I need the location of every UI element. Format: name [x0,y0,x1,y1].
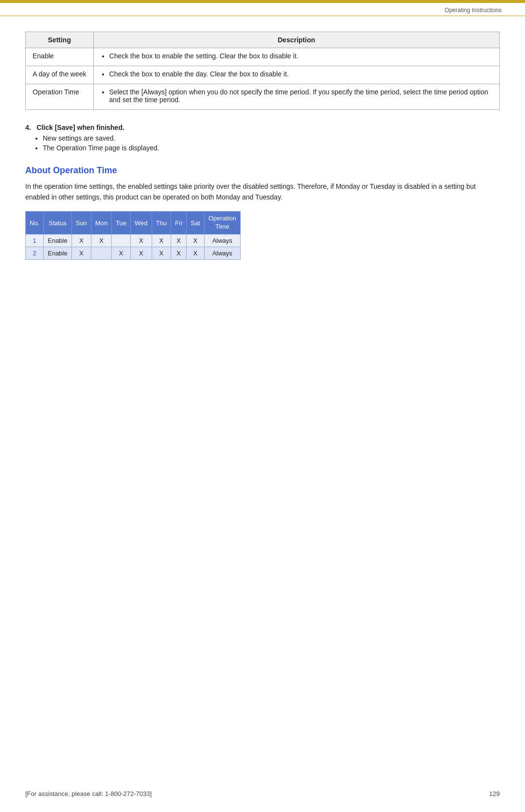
col-description-header: Description [93,32,499,48]
op-row2-wed: X [131,247,152,260]
op-row1-no[interactable]: 1 [26,235,44,247]
header-area: Operating Instructions [0,3,525,16]
header-title: Operating Instructions [445,7,502,14]
op-row2-sun: X [71,247,91,260]
table-row: A day of the week Check the box to enabl… [26,66,500,84]
op-row1-optime: Always [204,235,240,247]
op-row1-mon: X [91,235,111,247]
op-col-sat: Sat [187,212,205,235]
op-row1-sun: X [71,235,91,247]
step4-bullet-1: New settings are saved. [43,134,500,142]
op-row1-wed: X [131,235,152,247]
about-heading: About Operation Time [25,165,500,176]
step4-section: 4. Click [Save] when finished. New setti… [25,124,500,152]
op-row2-thu: X [152,247,171,260]
op-row2-tue: X [112,247,131,260]
op-col-wed: Wed [131,212,152,235]
about-section: About Operation Time In the operation ti… [25,165,500,260]
op-col-tue: Tue [112,212,131,235]
setting-optime-label: Operation Time [26,84,94,110]
step4-bullets: New settings are saved. The Operation Ti… [25,134,500,152]
setting-day-label: A day of the week [26,66,94,84]
table-row: Enable Check the box to enable the setti… [26,48,500,66]
op-row1-fri: X [171,235,186,247]
op-col-no: No. [26,212,44,235]
op-row2-fri: X [171,247,186,260]
operation-time-table: No. Status Sun Mon Tue Wed Thu Fri Sat O… [25,211,241,260]
footer-assistance: [For assistance, please call: 1-800-272-… [25,790,152,797]
setting-enable-desc: Check the box to enable the setting. Cle… [93,48,499,66]
setting-day-desc: Check the box to enable the day. Clear t… [93,66,499,84]
step4-bullet-2: The Operation Time page is displayed. [43,144,500,152]
op-col-status: Status [44,212,71,235]
op-col-thu: Thu [152,212,171,235]
op-row1-status: Enable [44,235,71,247]
op-table-row-1: 1 Enable X X X X X X Always [26,235,241,247]
table-row: Operation Time Select the [Always] optio… [26,84,500,110]
setting-enable-label: Enable [26,48,94,66]
op-row1-sat: X [187,235,205,247]
op-col-optime: OperationTime [204,212,240,235]
about-paragraph: In the operation time settings, the enab… [25,181,500,202]
op-row2-status: Enable [44,247,71,260]
op-col-fri: Fri [171,212,186,235]
op-row2-sat: X [187,247,205,260]
footer-page-number: 129 [489,790,500,797]
op-row2-mon [91,247,111,260]
op-row1-tue [112,235,131,247]
step4-number: 4. [25,124,31,131]
op-table-row-2: 2 Enable X X X X X X Always [26,247,241,260]
op-col-sun: Sun [71,212,91,235]
main-content: Setting Description Enable Check the box… [0,16,525,308]
setting-optime-desc: Select the [Always] option when you do n… [93,84,499,110]
op-col-mon: Mon [91,212,111,235]
settings-table: Setting Description Enable Check the box… [25,32,500,110]
op-row2-no[interactable]: 2 [26,247,44,260]
op-row1-thu: X [152,235,171,247]
footer: [For assistance, please call: 1-800-272-… [0,790,525,797]
step4-instruction: Click [Save] when finished. [36,124,124,131]
op-row2-optime: Always [204,247,240,260]
col-setting-header: Setting [26,32,94,48]
step4-label: 4. Click [Save] when finished. [25,124,500,131]
